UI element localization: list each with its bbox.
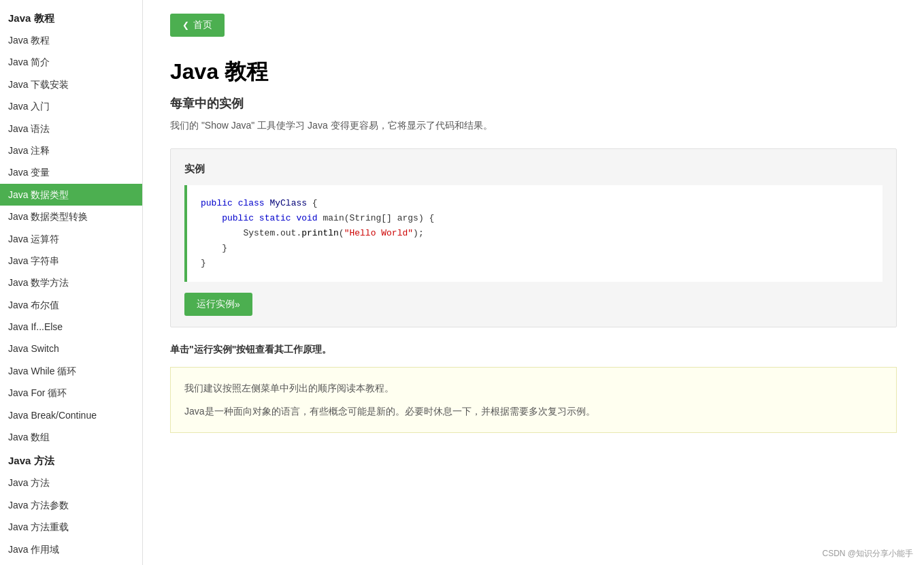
sidebar-item[interactable]: Java Break/Continue — [0, 404, 142, 426]
sidebar-item[interactable]: Java 方法重载 — [0, 516, 142, 538]
code-block: public class MyClass { public static voi… — [184, 185, 882, 282]
page-title: Java 教程 — [170, 57, 897, 87]
sidebar-item[interactable]: Java 方法 — [0, 472, 142, 494]
footer-credit: CSDN @知识分享小能手 — [822, 548, 913, 560]
sidebar-item[interactable]: Java 数据类型转换 — [0, 206, 142, 227]
sidebar-item[interactable]: Java 字符串 — [0, 250, 142, 272]
example-box: 实例 public class MyClass { public static … — [170, 148, 897, 327]
sidebar-item[interactable]: Java 数据类型 — [0, 184, 142, 206]
sidebar-item[interactable]: Java 教程 — [0, 29, 142, 51]
sidebar-item[interactable]: Java 作用域 — [0, 538, 142, 560]
page-subtitle: 每章中的实例 — [170, 95, 897, 112]
main-content: 首页 Java 教程 每章中的实例 我们的 "Show Java" 工具使学习 … — [143, 0, 924, 565]
sidebar-item[interactable]: Java While 循环 — [0, 360, 142, 382]
code-line-2: public static void main(String[] args) { — [201, 211, 869, 226]
sidebar-section-title: Java 教程 — [0, 5, 142, 29]
code-line-4: } — [201, 241, 869, 256]
sidebar-item[interactable]: Java 布尔值 — [0, 294, 142, 316]
sidebar-item[interactable]: Java 入门 — [0, 95, 142, 117]
info-line-2: Java是一种面向对象的语言，有些概念可能是新的。必要时休息一下，并根据需要多次… — [184, 403, 882, 420]
back-button[interactable]: 首页 — [170, 14, 225, 37]
example-label: 实例 — [184, 163, 882, 176]
sidebar-item[interactable]: Java For 循环 — [0, 382, 142, 404]
sidebar-item[interactable]: Java 数组 — [0, 426, 142, 448]
code-line-1: public class MyClass { — [201, 196, 869, 211]
click-hint: 单击"运行实例"按钮查看其工作原理。 — [170, 344, 897, 356]
sidebar-item[interactable]: Java 语法 — [0, 118, 142, 140]
sidebar-item[interactable]: Java 注释 — [0, 140, 142, 161]
sidebar-item[interactable]: Java 简介 — [0, 51, 142, 73]
sidebar-item[interactable]: Java Switch — [0, 338, 142, 359]
page-description: 我们的 "Show Java" 工具使学习 Java 变得更容易，它将显示了代码… — [170, 120, 897, 132]
sidebar-item[interactable]: Java 递归 — [0, 560, 142, 565]
sidebar-item[interactable]: Java If...Else — [0, 316, 142, 338]
sidebar-item[interactable]: Java 方法参数 — [0, 494, 142, 516]
sidebar-item[interactable]: Java 数学方法 — [0, 272, 142, 293]
sidebar-item[interactable]: Java 下载安装 — [0, 74, 142, 95]
code-line-3: System.out.println("Hello World"); — [201, 226, 869, 241]
sidebar-item[interactable]: Java 运算符 — [0, 228, 142, 250]
run-button[interactable]: 运行实例 — [184, 293, 252, 316]
sidebar: Java 教程Java 教程Java 简介Java 下载安装Java 入门Jav… — [0, 0, 143, 565]
code-line-5: } — [201, 256, 869, 271]
sidebar-item[interactable]: Java 变量 — [0, 161, 142, 183]
sidebar-section-title: Java 方法 — [0, 448, 142, 472]
info-line-1: 我们建议按照左侧菜单中列出的顺序阅读本教程。 — [184, 380, 882, 397]
info-box: 我们建议按照左侧菜单中列出的顺序阅读本教程。 Java是一种面向对象的语言，有些… — [170, 367, 897, 432]
